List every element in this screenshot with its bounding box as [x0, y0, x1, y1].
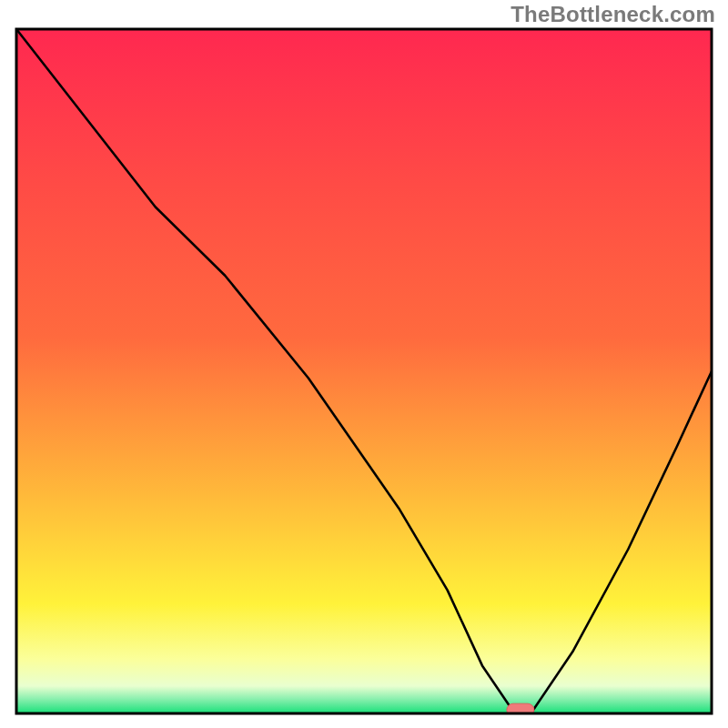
gradient-background: [16, 29, 712, 713]
chart-stage: TheBottleneck.com: [0, 0, 728, 728]
watermark-text: TheBottleneck.com: [511, 2, 715, 27]
bottleneck-chart: [0, 0, 728, 728]
plot-area: [16, 29, 712, 716]
